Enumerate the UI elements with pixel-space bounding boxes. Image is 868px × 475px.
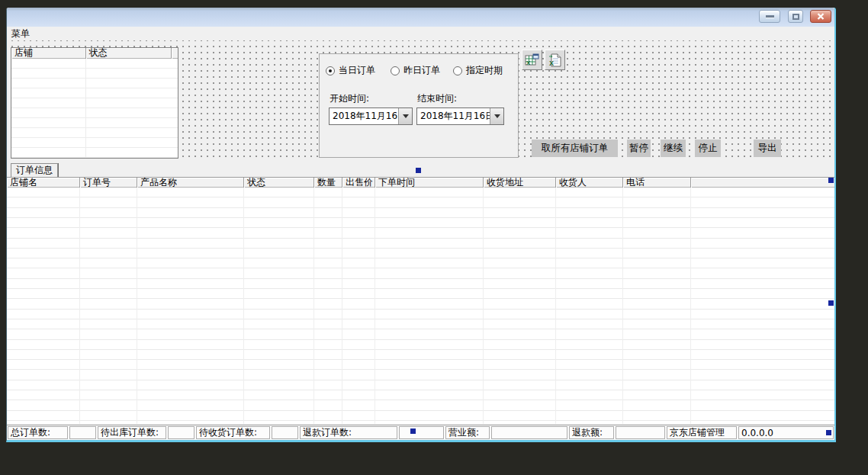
selection-handle-bottom-right[interactable] <box>826 430 831 435</box>
shop-column-header[interactable]: 店铺 <box>11 48 86 59</box>
status-value-version: 0.0.0.0 <box>738 426 834 439</box>
column-header-product-name[interactable]: 产品名称 <box>137 178 244 188</box>
column-header-quantity[interactable]: 数量 <box>314 178 342 188</box>
table-column <box>314 188 342 424</box>
table-column <box>556 188 623 424</box>
status-label-total-orders: 总订单数: <box>8 426 68 439</box>
status-value-pending-receipt <box>272 426 298 439</box>
table-column <box>244 188 314 424</box>
radio-label: 当日订单 <box>339 64 375 77</box>
selection-handle-top-center[interactable] <box>416 168 421 173</box>
status-value-turnover <box>491 426 567 439</box>
stop-button[interactable]: 停止 <box>695 140 721 157</box>
selection-handle-top-right[interactable] <box>828 178 834 183</box>
minimize-button[interactable] <box>759 10 780 23</box>
radio-unselected-icon <box>391 66 400 75</box>
status-label-refund-amount: 退款额: <box>569 426 614 439</box>
table-column <box>342 188 375 424</box>
status-column-header[interactable]: 状态 <box>86 48 172 59</box>
end-time-label: 结束时间: <box>417 92 457 105</box>
table-column <box>137 188 244 424</box>
titlebar[interactable] <box>7 8 834 27</box>
column-divider <box>85 59 86 158</box>
designer-grid-panel: 店铺 状态 当日订单 昨日订单 <box>7 40 834 162</box>
chevron-down-icon <box>494 114 500 118</box>
column-header-order-no[interactable]: 订单号 <box>80 178 137 188</box>
start-date-value: 2018年11月16日 <box>330 110 398 123</box>
filler-column-header <box>172 48 178 59</box>
start-date-select[interactable]: 2018年11月16日 <box>329 108 413 125</box>
radio-today-orders[interactable]: 当日订单 <box>326 64 375 77</box>
column-header-order-time[interactable]: 下单时间 <box>375 178 484 188</box>
svg-text:X: X <box>549 59 554 67</box>
status-label-app-name: 京东店铺管理 <box>667 426 737 439</box>
start-time-label: 开始时间: <box>330 92 369 105</box>
table-column <box>623 188 691 424</box>
table-column <box>7 188 80 424</box>
svg-text:X: X <box>526 59 531 66</box>
column-header-sale-price[interactable]: 出售价 <box>342 178 375 188</box>
dropdown-button[interactable] <box>490 108 503 124</box>
dropdown-button[interactable] <box>398 108 412 124</box>
status-bar: 总订单数: 待出库订单数: 待收货订单数: 退款订单数: 营业额: 退款额: 京… <box>7 425 834 440</box>
minimize-icon <box>766 15 774 18</box>
column-header-shop-name[interactable]: 店铺名 <box>7 178 80 188</box>
shop-list-body[interactable] <box>11 59 178 158</box>
app-window: 菜单 店铺 状态 当日订单 <box>6 8 836 442</box>
orders-table-body[interactable] <box>7 188 834 424</box>
selection-handle-bottom-center[interactable] <box>410 428 416 434</box>
table-column <box>80 188 137 424</box>
column-header-status[interactable]: 状态 <box>244 178 314 188</box>
status-value-refund-amount <box>616 426 665 439</box>
end-date-select[interactable]: 2018年11月16日 <box>416 108 504 125</box>
fetch-all-shop-orders-button[interactable]: 取所有店铺订单 <box>532 140 618 157</box>
column-header-empty <box>691 178 834 188</box>
export-excel-file-button[interactable]: X <box>545 50 565 70</box>
table-column <box>375 188 484 424</box>
close-icon <box>817 13 825 20</box>
selection-handle-right-middle[interactable] <box>828 300 834 306</box>
column-header-address[interactable]: 收货地址 <box>484 178 556 188</box>
continue-button[interactable]: 继续 <box>661 140 686 157</box>
export-excel-table-button[interactable]: X <box>522 50 542 70</box>
column-header-consignee[interactable]: 收货人 <box>556 178 623 188</box>
chevron-down-icon <box>403 114 409 118</box>
status-label-pending-outbound: 待出库订单数: <box>98 426 166 439</box>
status-label-refund-orders: 退款订单数: <box>300 426 397 439</box>
status-value-total-orders <box>69 426 96 439</box>
status-label-pending-receipt: 待收货订单数: <box>196 426 270 439</box>
table-column <box>691 188 834 424</box>
maximize-icon <box>792 14 799 20</box>
close-button[interactable] <box>810 10 831 23</box>
desktop: 菜单 店铺 状态 当日订单 <box>0 0 868 475</box>
end-date-value: 2018年11月16日 <box>417 110 490 123</box>
pause-button[interactable]: 暂停 <box>627 140 651 157</box>
table-column <box>484 188 556 424</box>
export-button[interactable]: 导出 <box>754 140 781 157</box>
excel-table-icon: X <box>525 53 539 67</box>
shop-list-header: 店铺 状态 <box>11 48 178 59</box>
status-value-pending-outbound <box>168 426 194 439</box>
maximize-button[interactable] <box>788 10 803 23</box>
status-value-refund-orders <box>399 426 444 439</box>
radio-yesterday-orders[interactable]: 昨日订单 <box>391 64 440 77</box>
status-label-turnover: 营业额: <box>445 426 490 439</box>
tab-order-info[interactable]: 订单信息 <box>11 163 58 177</box>
radio-unselected-icon <box>453 66 462 75</box>
radio-specified-period[interactable]: 指定时期 <box>453 64 503 77</box>
radio-selected-icon <box>326 66 335 75</box>
radio-label: 指定时期 <box>466 64 503 77</box>
orders-table-header: 店铺名 订单号 产品名称 状态 数量 出售价 下单时间 收货地址 收货人 电话 <box>7 177 834 188</box>
radio-label: 昨日订单 <box>403 64 440 77</box>
date-filter-groupbox: 当日订单 昨日订单 指定时期 开始时间: 结束时间: 2018年11月16日 <box>319 53 519 158</box>
column-header-phone[interactable]: 电话 <box>623 178 691 188</box>
excel-document-icon: X <box>548 53 562 67</box>
shop-list[interactable]: 店铺 状态 <box>11 47 178 159</box>
menu-bar: 菜单 <box>7 27 834 40</box>
menu-item-caidan[interactable]: 菜单 <box>7 27 34 40</box>
